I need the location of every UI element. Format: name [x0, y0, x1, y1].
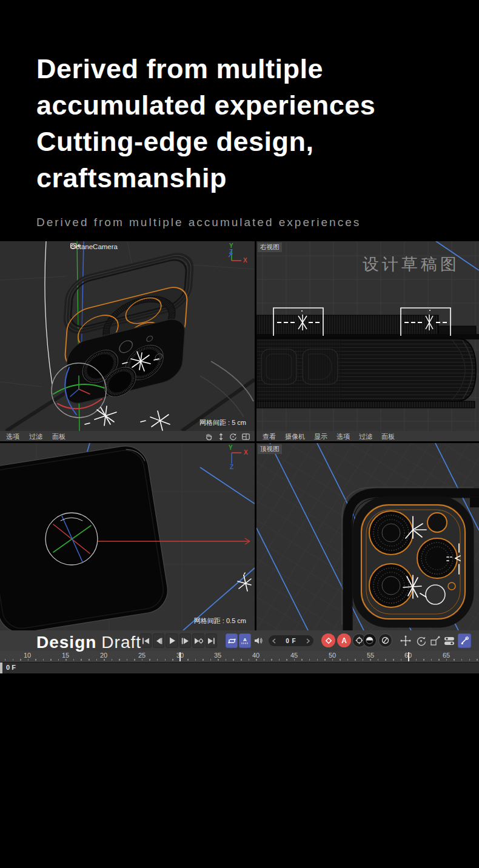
loop-playback-button[interactable]: [226, 633, 238, 648]
viewport-divider-vertical[interactable]: [255, 241, 256, 630]
play-button[interactable]: [166, 633, 178, 648]
svg-text:A: A: [243, 637, 247, 643]
ruler-label: 25: [135, 652, 149, 659]
key-parameter-button[interactable]: [443, 635, 456, 647]
menu-panel-right[interactable]: 面板: [381, 432, 395, 441]
ruler-marker-30: [179, 652, 181, 661]
next-key-icon: [194, 638, 203, 644]
ruler-label: 15: [58, 652, 73, 659]
viewport-divider-horizontal[interactable]: [0, 441, 479, 443]
sphere-keying-button[interactable]: [363, 633, 377, 647]
keyframe-marks-button[interactable]: A: [239, 633, 251, 648]
pan-hand-icon[interactable]: [205, 433, 213, 441]
axis-gizmo-icon[interactable]: Y Z X: [221, 242, 249, 269]
go-to-start-icon: [142, 638, 150, 644]
menu-options-left[interactable]: 选项: [6, 432, 19, 441]
camera-object-label[interactable]: OctaneCamera: [70, 243, 118, 250]
right-viewport-menus: 查看 摄像机 显示 选项 过滤 面板: [255, 431, 479, 442]
ruler-label: 55: [363, 652, 378, 659]
scale-tool-icon: [430, 636, 440, 646]
move-tool-icon: [400, 635, 411, 646]
viewport-perspective[interactable]: OctaneCamera Y Z X 网格间距 : 5 cm: [0, 241, 255, 431]
page-subtitle: Derived from multiple accumulated experi…: [36, 216, 361, 229]
orbit-icon[interactable]: [229, 433, 237, 441]
frame-value: 0 F: [286, 638, 296, 644]
previous-frame-button[interactable]: [153, 633, 164, 648]
go-to-start-button[interactable]: [140, 633, 152, 648]
ruler-label: 45: [287, 652, 301, 659]
key-scale-button[interactable]: [429, 635, 441, 647]
go-to-end-button[interactable]: [206, 633, 217, 648]
ruler-label: 35: [210, 652, 225, 659]
caption-word-bold: Design: [36, 633, 96, 652]
ruler-label: 50: [325, 652, 340, 659]
title-line-1: Derived from multiple: [36, 51, 375, 87]
axis-gizmo-icon[interactable]: Y X Z: [221, 444, 249, 471]
go-to-end-icon: [207, 638, 215, 644]
timeline-ruler[interactable]: 10 15 20 25 30 35 40 45 50 55 60 65: [0, 651, 479, 662]
page-title: Derived from multiple accumulated experi…: [36, 51, 375, 196]
autokey-button[interactable]: A: [337, 633, 351, 647]
ruler-label: 65: [439, 652, 454, 659]
menu-camera[interactable]: 摄像机: [285, 432, 305, 441]
previous-frame-icon: [155, 638, 162, 644]
keyframe-pen-button[interactable]: [458, 633, 471, 648]
back-view-wireframe: [0, 443, 255, 630]
power-slider[interactable]: 0 F: [0, 662, 479, 673]
title-line-3: Cutting-edge design,: [36, 124, 375, 160]
menu-view[interactable]: 查看: [263, 432, 276, 441]
design-draft-watermark: 设计草稿图: [363, 253, 460, 275]
viewport-right-view[interactable]: 右视图 设计草稿图: [256, 241, 479, 431]
next-key-button[interactable]: [192, 633, 204, 648]
ruler-label: 40: [249, 652, 263, 659]
viewport-back-view[interactable]: Y X Z 网格间距 : 0.5 cm: [0, 443, 255, 630]
playhead[interactable]: [0, 663, 2, 673]
autokey-marks-icon: A: [241, 637, 249, 644]
menu-filter-left[interactable]: 过滤: [29, 432, 42, 441]
ruler-label: 10: [20, 652, 35, 659]
viewport-menu-strip: 选项 过滤 面板 查看 摄像: [0, 431, 479, 442]
zoom-arrows-icon[interactable]: [218, 433, 224, 441]
frame-stepper[interactable]: 0 F: [269, 635, 313, 646]
design-draft-caption: DesignDraft: [36, 633, 141, 652]
toggle-pills-icon: [444, 636, 455, 646]
key-position-button[interactable]: [399, 635, 412, 647]
grid-spacing-label: 网格间距 : 5 cm: [199, 418, 246, 427]
marketing-page: Derived from multiple accumulated experi…: [0, 0, 479, 868]
menu-display[interactable]: 显示: [314, 432, 327, 441]
key-pen-icon: [460, 636, 469, 645]
key-rotation-button[interactable]: [415, 635, 427, 647]
ruler-marker-60: [408, 652, 409, 661]
keyframe-slash-icon: [381, 636, 389, 644]
next-frame-icon: [181, 638, 189, 644]
ruler-ticks: [0, 659, 479, 661]
left-viewport-menus: 选项 过滤 面板: [0, 431, 255, 442]
viewport-name-badge[interactable]: 顶视图: [258, 444, 282, 454]
title-line-2: accumulated experiences: [36, 87, 375, 124]
loop-icon: [228, 638, 236, 644]
menu-options-right[interactable]: 选项: [337, 432, 350, 441]
grid-spacing-label: 网格间距 : 0.5 cm: [194, 616, 246, 626]
perspective-wireframe: [0, 241, 255, 431]
chevron-left-icon[interactable]: [272, 638, 276, 644]
sketch-sparkle: [238, 573, 251, 591]
menu-filter-right[interactable]: 过滤: [359, 432, 372, 441]
sphere-icon: [366, 636, 373, 644]
ruler-label: 20: [96, 652, 111, 659]
viewport-top-view[interactable]: 顶视图: [256, 443, 479, 630]
menu-panel-left[interactable]: 面板: [52, 432, 65, 441]
play-icon: [169, 637, 176, 644]
record-position-icon: [325, 637, 332, 644]
chevron-right-icon[interactable]: [306, 638, 310, 644]
speaker-icon: [254, 637, 263, 644]
keyframe-selection-button[interactable]: [378, 633, 392, 647]
maximize-view-icon[interactable]: [242, 433, 250, 440]
viewport-name-badge[interactable]: 右视图: [258, 242, 282, 252]
sound-button[interactable]: [252, 633, 264, 648]
next-frame-button[interactable]: [179, 633, 191, 648]
autokey-icon: A: [341, 636, 347, 645]
caption-word-light: Draft: [101, 633, 141, 652]
current-frame-label: 0 F: [6, 664, 16, 671]
record-position-button[interactable]: [321, 633, 335, 647]
top-view-wireframe: [256, 443, 479, 630]
